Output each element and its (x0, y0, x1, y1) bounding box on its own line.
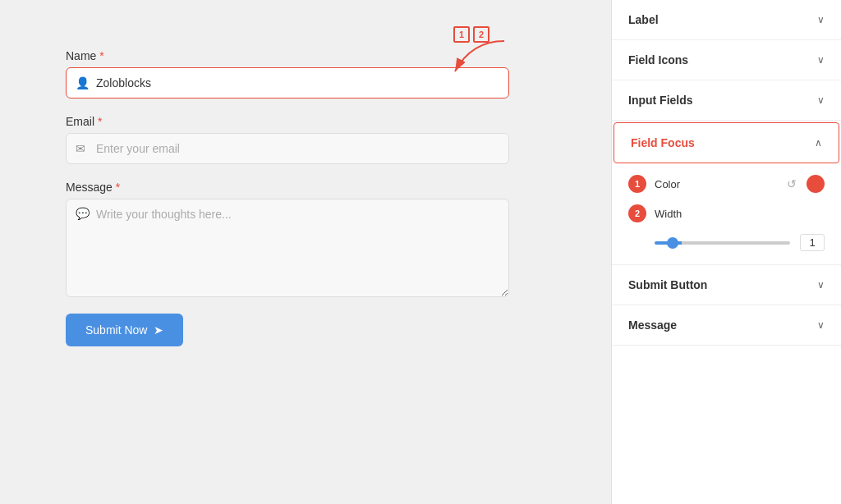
slider-row: 1 (628, 234, 825, 251)
user-icon: 👤 (76, 76, 90, 89)
settings-item-message: Message ∨ (612, 305, 841, 346)
settings-item-input-fields: Input Fields ∨ (612, 80, 841, 121)
chevron-down-icon-input-fields: ∨ (817, 94, 825, 106)
name-input[interactable] (66, 67, 509, 99)
name-required: * (99, 49, 103, 62)
color-swatch[interactable] (807, 175, 825, 193)
chevron-down-icon-message: ∨ (817, 319, 825, 331)
color-controls: ↺ (787, 175, 825, 193)
email-input-wrapper: ✉ (66, 133, 562, 164)
color-label: Color (655, 178, 787, 190)
send-icon: ➤ (154, 323, 163, 337)
email-required: * (98, 115, 102, 128)
color-setting-row: 1 Color ↺ (628, 175, 825, 193)
field-focus-content: 1 Color ↺ 2 Width 1 (612, 165, 841, 264)
message-label: Message * (66, 181, 562, 194)
email-field-group: Email * ✉ (66, 115, 562, 164)
annotation-arrow (447, 34, 512, 84)
settings-header-field-icons[interactable]: Field Icons ∨ (612, 40, 841, 80)
email-icon: ✉ (76, 142, 85, 155)
message-input-wrapper: 💬 (66, 199, 562, 297)
settings-title-message: Message (628, 318, 677, 332)
settings-header-submit-button[interactable]: Submit Button ∨ (612, 265, 841, 305)
width-slider[interactable] (655, 241, 790, 245)
settings-header-message[interactable]: Message ∨ (612, 305, 841, 345)
settings-title-label: Label (628, 13, 659, 26)
settings-panel: Label ∨ Field Icons ∨ Input Fields ∨ Fie… (611, 0, 841, 504)
reset-icon[interactable]: ↺ (787, 177, 800, 190)
chevron-down-icon-label: ∨ (817, 14, 825, 25)
width-setting-row: 2 Width (628, 204, 825, 222)
message-required: * (116, 181, 120, 194)
chevron-down-icon-submit-button: ∨ (817, 279, 825, 291)
chevron-down-icon-field-icons: ∨ (817, 54, 825, 66)
width-label: Width (655, 208, 825, 220)
form-panel: 1 2 Name * 👤 Email * ✉ (0, 0, 611, 504)
email-label: Email * (66, 115, 562, 128)
submit-button[interactable]: Submit Now ➤ (66, 314, 183, 346)
settings-item-submit-button: Submit Button ∨ (612, 265, 841, 305)
message-icon: 💬 (76, 207, 90, 220)
settings-title-field-focus: Field Focus (631, 136, 695, 149)
message-textarea[interactable] (66, 199, 509, 297)
color-badge: 1 (628, 175, 646, 193)
settings-item-field-icons: Field Icons ∨ (612, 40, 841, 80)
width-badge: 2 (628, 204, 646, 222)
settings-title-field-icons: Field Icons (628, 53, 688, 66)
settings-item-field-focus: Field Focus ∧ 1 Color ↺ 2 Width 1 (612, 121, 841, 265)
width-value: 1 (800, 234, 825, 251)
email-input[interactable] (66, 133, 509, 164)
settings-item-label: Label ∨ (612, 0, 841, 40)
settings-header-input-fields[interactable]: Input Fields ∨ (612, 80, 841, 120)
settings-header-field-focus[interactable]: Field Focus ∧ (614, 122, 839, 163)
settings-title-input-fields: Input Fields (628, 94, 693, 107)
chevron-up-icon-field-focus: ∧ (815, 137, 822, 149)
settings-title-submit-button: Submit Button (628, 278, 707, 291)
settings-header-label[interactable]: Label ∨ (612, 0, 841, 39)
message-field-group: Message * 💬 (66, 181, 562, 297)
